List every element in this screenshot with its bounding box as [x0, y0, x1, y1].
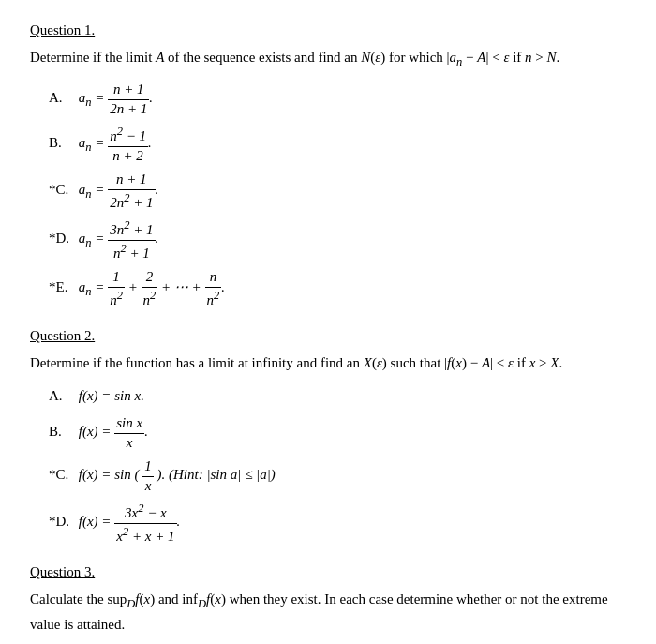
- answer-content: f(x) = sin ( 1 x ). (Hint: |sin a| ≤ |a|…: [79, 467, 276, 482]
- question-2: Question 2. Determine if the function ha…: [30, 328, 626, 546]
- answer-label: B.: [49, 130, 75, 156]
- answer-content: an = n + 1 2n + 1 .: [79, 90, 153, 105]
- answer-label: *D.: [49, 226, 75, 251]
- question-3-desc: Calculate the supDf(x) and infDf(x) when…: [30, 588, 626, 636]
- list-item: A. f(x) = sin x.: [49, 383, 626, 409]
- question-1-desc: Determine if the limit A of the sequence…: [30, 46, 626, 71]
- answer-label: *C.: [49, 177, 75, 202]
- list-item: A. an = n + 1 2n + 1 .: [49, 81, 626, 118]
- answer-label: *E.: [49, 275, 75, 300]
- list-item: *D. f(x) = 3x2 − x x2 + x + 1 .: [49, 501, 626, 546]
- list-item: *C. f(x) = sin ( 1 x ). (Hint: |sin a| ≤…: [49, 457, 626, 495]
- question-1: Question 1. Determine if the limit A of …: [30, 22, 626, 309]
- question-2-desc: Determine if the function has a limit at…: [30, 352, 626, 374]
- answer-label: A.: [49, 85, 75, 111]
- list-item: B. f(x) = sin x x .: [49, 414, 626, 452]
- answer-content: f(x) = 3x2 − x x2 + x + 1 .: [79, 514, 181, 529]
- question-3-title: Question 3.: [30, 564, 626, 580]
- list-item: B. an = n2 − 1 n + 2 .: [49, 124, 626, 165]
- answer-content: an = n2 − 1 n + 2 .: [79, 135, 152, 150]
- list-item: *E. an = 1 n2 + 2 n2 + ⋯ + n n2 .: [49, 268, 626, 309]
- answer-content: f(x) = sin x x .: [79, 424, 148, 439]
- answer-label: A.: [49, 383, 75, 409]
- list-item: *D. an = 3n2 + 1 n2 + 1 .: [49, 217, 626, 262]
- answer-label: *C.: [49, 462, 75, 487]
- answer-label: *D.: [49, 509, 75, 534]
- list-item: *C. an = n + 1 2n2 + 1 .: [49, 171, 626, 212]
- question-2-answers: A. f(x) = sin x. B. f(x) = sin x x . *C.…: [30, 383, 626, 546]
- question-3: Question 3. Calculate the supDf(x) and i…: [30, 564, 626, 644]
- answer-label: B.: [49, 419, 75, 444]
- question-2-title: Question 2.: [30, 328, 626, 344]
- answer-content: an = 1 n2 + 2 n2 + ⋯ + n n2 .: [79, 279, 225, 294]
- answer-content: f(x) = sin x.: [79, 388, 144, 403]
- question-1-title: Question 1.: [30, 22, 626, 38]
- answer-content: an = n + 1 2n2 + 1 .: [79, 182, 159, 197]
- question-1-answers: A. an = n + 1 2n + 1 . B. an = n2 − 1 n …: [30, 81, 626, 309]
- answer-content: an = 3n2 + 1 n2 + 1 .: [79, 231, 159, 246]
